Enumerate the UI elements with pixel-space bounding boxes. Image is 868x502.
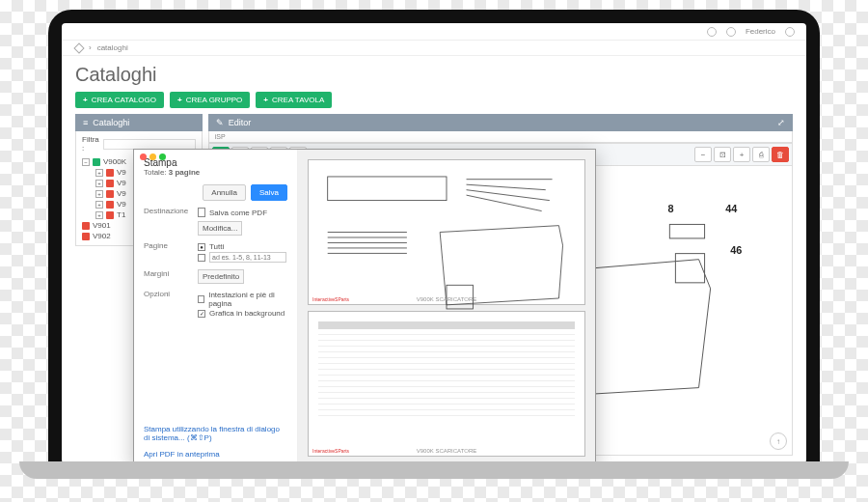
- svg-rect-25: [328, 177, 447, 201]
- preview-caption: V900K SCARICATORE: [309, 296, 584, 302]
- expand-icon[interactable]: +: [95, 180, 103, 187]
- home-icon[interactable]: [73, 42, 84, 53]
- crea-gruppo-button[interactable]: CREA GRUPPO: [170, 92, 250, 108]
- doc-icon: [106, 201, 114, 209]
- crea-tavola-button[interactable]: CREA TAVOLA: [256, 92, 332, 108]
- list-icon: ≡: [83, 118, 88, 127]
- crea-catalogo-button[interactable]: CREA CATALOGO: [75, 92, 164, 108]
- svg-text:8: 8: [667, 203, 673, 214]
- folder-icon: [93, 158, 100, 166]
- user-label[interactable]: Federico: [746, 27, 775, 36]
- system-dialog-link[interactable]: Stampa utilizzando la finestra di dialog…: [144, 425, 287, 442]
- modify-button[interactable]: Modifica...: [198, 221, 242, 236]
- bg-checkbox[interactable]: ✓: [198, 310, 205, 318]
- cancel-button[interactable]: Annulla: [203, 184, 246, 201]
- expand-icon[interactable]: ⤢: [777, 118, 785, 127]
- svg-line-29: [467, 195, 542, 210]
- pdf-icon: [198, 208, 205, 217]
- delete-button[interactable]: 🗑: [772, 147, 789, 162]
- pencil-icon: ✎: [216, 118, 224, 127]
- svg-line-27: [467, 184, 546, 189]
- headers-checkbox[interactable]: [198, 295, 204, 303]
- margins-select[interactable]: Predefinito: [198, 269, 244, 284]
- svg-text:44: 44: [725, 203, 737, 214]
- svg-rect-7: [669, 224, 704, 238]
- svg-rect-8: [675, 254, 704, 283]
- collapse-icon[interactable]: −: [82, 158, 90, 166]
- filter-input[interactable]: [103, 139, 196, 150]
- svg-line-28: [467, 190, 550, 201]
- editor-panel-header: ✎Editor ⤢: [208, 114, 793, 131]
- window-controls[interactable]: [140, 153, 166, 160]
- expand-icon[interactable]: +: [95, 169, 103, 177]
- preview-caption: V900K SCARICATORE: [309, 448, 584, 454]
- expand-icon[interactable]: +: [95, 190, 103, 198]
- expand-icon[interactable]: +: [95, 201, 103, 209]
- pages-all-radio[interactable]: ●: [198, 243, 205, 251]
- svg-text:46: 46: [730, 244, 742, 256]
- breadcrumb-item[interactable]: cataloghi: [97, 43, 128, 52]
- preview-page-2: InteractiveSParts V900K SCARICATORE: [308, 311, 585, 457]
- print-button[interactable]: ⎙: [752, 147, 770, 162]
- page-title: Cataloghi: [62, 56, 806, 92]
- doc-icon: [82, 222, 90, 230]
- doc-icon: [106, 169, 114, 177]
- topbar: Federico: [62, 23, 806, 41]
- zoom-fit-button[interactable]: ⊡: [714, 147, 731, 162]
- doc-icon: [106, 211, 114, 219]
- pages-range-radio[interactable]: [198, 254, 205, 262]
- editor-sub: iSP: [208, 131, 793, 143]
- zoom-out-button[interactable]: −: [694, 147, 712, 162]
- save-button[interactable]: Salva: [251, 184, 287, 201]
- doc-icon: [82, 233, 90, 240]
- menu-icon[interactable]: [785, 27, 795, 37]
- scroll-top-button[interactable]: ↑: [770, 432, 787, 450]
- filter-label: Filtra :: [82, 135, 99, 153]
- zoom-in-button[interactable]: +: [733, 147, 750, 162]
- cataloghi-panel-header: ≡ Cataloghi: [75, 114, 203, 131]
- breadcrumb: › cataloghi: [62, 41, 806, 56]
- preview-page-1: InteractiveSParts V900K SCARICATORE: [308, 159, 585, 305]
- help-icon[interactable]: [707, 27, 717, 37]
- doc-icon: [106, 190, 114, 198]
- print-dialog: Stampa Totale: 3 pagine Annulla Salva De…: [133, 149, 596, 463]
- expand-icon[interactable]: +: [95, 211, 103, 219]
- pages-range-input[interactable]: [209, 252, 286, 263]
- pdf-preview-link[interactable]: Apri PDF in anteprima: [144, 450, 287, 459]
- notif-icon[interactable]: [726, 27, 736, 37]
- doc-icon: [106, 180, 114, 187]
